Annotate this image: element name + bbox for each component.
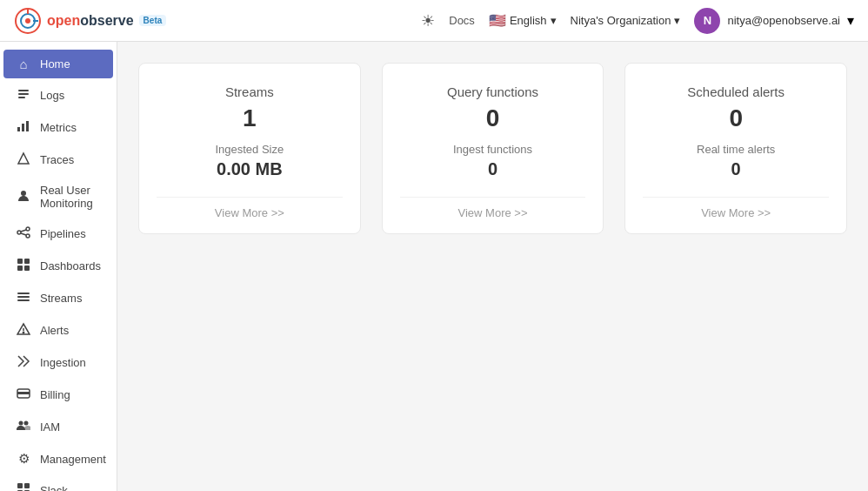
sidebar-item-slack[interactable]: Slack <box>3 475 113 491</box>
streams-card-subtitle: Ingested Size <box>215 143 284 156</box>
docs-link[interactable]: Docs <box>449 14 475 27</box>
sidebar-item-label: Pipelines <box>40 227 86 240</box>
svg-point-30 <box>19 421 23 426</box>
sidebar-item-alerts[interactable]: Alerts <box>3 315 113 346</box>
svg-point-15 <box>26 234 30 238</box>
streams-view-more[interactable]: View More >> <box>157 197 343 219</box>
org-chevron-icon: ▾ <box>674 14 680 27</box>
management-icon: ⚙ <box>16 451 31 467</box>
alerts-card: Scheduled alerts 0 Real time alerts 0 Vi… <box>624 63 847 234</box>
sidebar-item-metrics[interactable]: Metrics <box>3 112 113 143</box>
sidebar-item-logs[interactable]: Logs <box>3 80 113 111</box>
iam-icon <box>16 419 31 435</box>
org-selector[interactable]: Nitya's Organization ▾ <box>571 14 681 27</box>
main-content: Streams 1 Ingested Size 0.00 MB View Mor… <box>117 42 868 491</box>
main-layout: ⌂ Home Logs Metrics Traces Real User M <box>0 42 868 491</box>
sidebar-item-rum[interactable]: Real User Monitoring <box>3 177 113 217</box>
streams-card: Streams 1 Ingested Size 0.00 MB View Mor… <box>138 63 361 234</box>
sidebar-item-label: Dashboards <box>40 259 101 272</box>
svg-line-16 <box>21 230 26 232</box>
billing-icon <box>16 387 31 403</box>
svg-rect-29 <box>17 392 30 394</box>
svg-rect-10 <box>26 121 29 131</box>
svg-rect-32 <box>17 483 23 488</box>
sidebar-item-iam[interactable]: IAM <box>3 412 113 442</box>
sidebar-item-label: Real User Monitoring <box>40 184 101 210</box>
sidebar-item-label: Traces <box>40 153 74 166</box>
sidebar-item-streams[interactable]: Streams <box>3 283 113 313</box>
sidebar-item-dashboards[interactable]: Dashboards <box>3 251 113 281</box>
sidebar: ⌂ Home Logs Metrics Traces Real User M <box>0 42 117 491</box>
query-functions-card: Query functions 0 Ingest functions 0 Vie… <box>382 63 604 234</box>
svg-rect-18 <box>17 259 23 264</box>
sidebar-item-billing[interactable]: Billing <box>3 380 113 410</box>
app-header: openobserve Beta ☀ Docs 🇺🇸 English ▾ Nit… <box>0 0 868 42</box>
svg-rect-23 <box>17 296 30 298</box>
svg-point-27 <box>23 332 23 333</box>
svg-point-14 <box>26 227 30 231</box>
sidebar-item-label: Ingestion <box>40 356 86 369</box>
alerts-card-subtitle-value: 0 <box>731 159 741 179</box>
sidebar-item-traces[interactable]: Traces <box>3 145 113 175</box>
sidebar-item-label: Slack <box>40 484 68 491</box>
rum-icon <box>16 189 31 205</box>
streams-icon <box>16 290 31 306</box>
beta-badge: Beta <box>139 15 167 26</box>
flag-icon: 🇺🇸 <box>489 12 506 29</box>
sidebar-item-label: Management <box>40 453 106 466</box>
alerts-icon <box>16 322 31 339</box>
sidebar-item-label: Billing <box>40 388 70 401</box>
qf-card-subtitle-value: 0 <box>488 159 497 179</box>
alerts-card-value: 0 <box>729 104 743 132</box>
slack-icon <box>16 482 31 491</box>
svg-rect-24 <box>17 299 30 301</box>
svg-rect-20 <box>17 266 23 271</box>
svg-point-12 <box>21 191 26 196</box>
streams-card-value: 1 <box>243 104 257 132</box>
sidebar-item-pipelines[interactable]: Pipelines <box>3 219 113 249</box>
ingestion-icon <box>16 354 31 371</box>
svg-marker-11 <box>18 153 29 164</box>
header-right: ☀ Docs 🇺🇸 English ▾ Nitya's Organization… <box>421 8 854 34</box>
metrics-icon <box>16 119 31 136</box>
svg-rect-7 <box>18 97 25 98</box>
svg-rect-19 <box>24 259 30 264</box>
home-icon: ⌂ <box>16 57 31 71</box>
qf-view-more[interactable]: View More >> <box>400 197 586 219</box>
alerts-card-subtitle: Real time alerts <box>697 143 775 156</box>
pipelines-icon <box>16 225 31 242</box>
sidebar-item-label: Metrics <box>40 121 77 134</box>
streams-card-title: Streams <box>225 84 274 99</box>
theme-toggle[interactable]: ☀ <box>421 11 435 30</box>
qf-card-title: Query functions <box>447 84 538 99</box>
sidebar-item-label: Streams <box>40 292 82 305</box>
svg-point-31 <box>24 421 29 426</box>
logs-icon <box>16 87 31 104</box>
dashboards-icon <box>16 258 31 274</box>
sidebar-item-home[interactable]: ⌂ Home <box>3 50 113 78</box>
avatar: N <box>694 8 720 34</box>
sidebar-item-ingestion[interactable]: Ingestion <box>3 347 113 378</box>
streams-card-subtitle-value: 0.00 MB <box>217 159 283 179</box>
alerts-card-title: Scheduled alerts <box>687 84 785 99</box>
qf-card-value: 0 <box>486 104 500 132</box>
svg-rect-9 <box>22 124 24 131</box>
sidebar-item-label: IAM <box>40 420 60 434</box>
user-chevron-icon: ▾ <box>847 12 854 29</box>
logo-area: openobserve Beta <box>14 7 166 35</box>
svg-rect-33 <box>24 483 30 488</box>
user-menu[interactable]: N nitya@openobserve.ai ▾ <box>694 8 854 34</box>
svg-rect-5 <box>18 90 29 91</box>
svg-rect-21 <box>24 266 30 271</box>
sidebar-item-label: Logs <box>40 89 64 102</box>
svg-rect-22 <box>17 293 30 294</box>
svg-rect-6 <box>18 93 29 95</box>
language-selector[interactable]: 🇺🇸 English ▾ <box>489 12 557 29</box>
svg-point-2 <box>25 18 30 24</box>
alerts-view-more[interactable]: View More >> <box>643 197 829 219</box>
svg-rect-8 <box>17 127 20 131</box>
svg-line-17 <box>21 233 26 235</box>
sidebar-item-management[interactable]: ⚙ Management <box>3 444 113 474</box>
chevron-icon: ▾ <box>551 14 557 27</box>
svg-point-13 <box>17 231 21 234</box>
